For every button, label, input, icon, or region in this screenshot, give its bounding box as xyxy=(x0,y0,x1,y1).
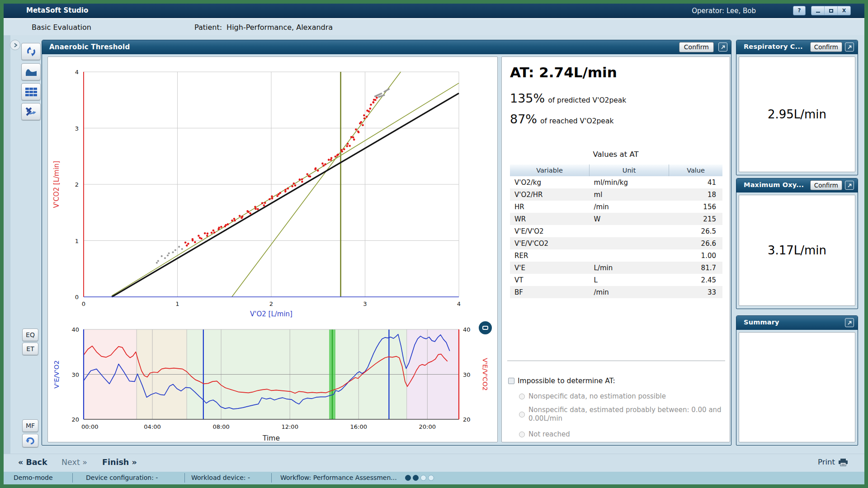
svg-text:2: 2 xyxy=(269,300,273,307)
undo-button[interactable] xyxy=(22,434,38,447)
table-row: V'E/V'CO226.6 xyxy=(510,237,722,249)
vslope-chart[interactable]: 0123401234V'CO2 [L/min]V'O2 [L/min] xyxy=(48,57,497,319)
table-row: V'E/V'O226.5 xyxy=(510,225,722,237)
predicted-text: of predicted V'O2peak xyxy=(548,96,626,104)
reached-pct: 87% xyxy=(510,112,537,126)
svg-text:Time: Time xyxy=(262,434,280,442)
print-button[interactable]: Print xyxy=(818,458,848,466)
impossible-at-checkbox[interactable]: Impossible to determine AT: xyxy=(508,377,615,385)
panel-title: Anaerobic Threshold xyxy=(49,43,130,51)
workflow-dot xyxy=(413,475,419,481)
predicted-pct: 135% xyxy=(510,91,545,105)
anaerobic-threshold-panel: Anaerobic Threshold Confirm 0123401234V'… xyxy=(42,40,731,446)
svg-text:3: 3 xyxy=(75,125,79,132)
summary-panel: Summary xyxy=(736,315,858,446)
table-cell: 1.00 xyxy=(669,249,722,262)
print-label: Print xyxy=(818,458,835,466)
table-cell: 26.5 xyxy=(669,225,722,237)
table-cell: ml xyxy=(590,188,669,201)
radio-not-reached[interactable]: Not reached xyxy=(519,430,722,439)
status-device-config: Device configuration: - xyxy=(86,474,158,481)
minimize-icon xyxy=(816,12,820,13)
svg-text:16:00: 16:00 xyxy=(350,423,367,430)
collapse-chart-button[interactable] xyxy=(479,321,492,334)
app-frame: MetaSoft Studio Operator: Lee, Bob ? X B… xyxy=(0,0,868,488)
table-cell: HR xyxy=(510,201,590,213)
confirm-respiratory-button[interactable]: Confirm xyxy=(810,42,842,52)
eq-button[interactable]: EQ xyxy=(22,328,38,341)
confirm-max-oxygen-button[interactable]: Confirm xyxy=(810,180,842,190)
table-cell: V'O2/HR xyxy=(510,188,590,201)
values-table-title: Values at AT xyxy=(502,150,730,159)
export-icon xyxy=(25,107,38,117)
maximize-button[interactable] xyxy=(825,6,838,15)
reached-peak-line: 87%of reached V'O2peak xyxy=(510,112,613,126)
table-row: WRW215 xyxy=(510,213,722,225)
radio-estimated-between[interactable]: Nonspecific data, estimated probably bet… xyxy=(519,406,722,423)
refresh-button[interactable] xyxy=(21,43,41,60)
respiratory-compensation-panel: Respiratory C... Confirm 2.95L/min xyxy=(736,40,858,175)
svg-text:40: 40 xyxy=(71,326,79,333)
table-cell xyxy=(590,225,669,237)
flow-curve-button[interactable] xyxy=(21,63,41,80)
table-header-cell: Value xyxy=(669,164,722,176)
divider xyxy=(507,361,725,361)
at-value-heading: AT: 2.74L/min xyxy=(510,64,617,80)
data-table-icon xyxy=(25,87,38,97)
svg-text:3: 3 xyxy=(363,300,367,307)
table-cell: W xyxy=(590,213,669,225)
app-window: MetaSoft Studio Operator: Lee, Bob ? X B… xyxy=(4,4,864,484)
popout-icon[interactable] xyxy=(845,42,854,52)
svg-text:30: 30 xyxy=(71,371,79,378)
workflow-dot xyxy=(428,475,434,481)
svg-text:12:00: 12:00 xyxy=(281,423,298,430)
titlebar: MetaSoft Studio Operator: Lee, Bob ? X xyxy=(4,4,864,18)
popout-icon[interactable] xyxy=(718,42,727,52)
et-label: ET xyxy=(26,345,34,352)
refresh-icon xyxy=(25,46,37,57)
table-cell: 26.6 xyxy=(669,237,722,249)
back-button[interactable]: « Back xyxy=(18,458,47,467)
popout-icon[interactable] xyxy=(845,181,854,190)
next-button[interactable]: Next » xyxy=(61,458,87,467)
et-button[interactable]: ET xyxy=(22,343,38,355)
mode-label: Basic Evaluation xyxy=(32,23,91,32)
table-cell: VT xyxy=(510,274,590,286)
popout-icon[interactable] xyxy=(845,318,854,327)
max-oxygen-value: 3.17L/min xyxy=(739,195,855,306)
table-row: V'O2/kgml/min/kg41 xyxy=(510,176,722,188)
help-button[interactable]: ? xyxy=(793,6,806,15)
summary-panel-header: Summary xyxy=(736,316,858,330)
timeseries-chart[interactable]: 20203030404000:0004:0008:0012:0016:0020:… xyxy=(48,319,497,442)
svg-text:V'O2 [L/min]: V'O2 [L/min] xyxy=(250,310,292,318)
mf-button[interactable]: MF xyxy=(22,419,38,432)
radio-no-estimation[interactable]: Nonspecific data, no estimation possible xyxy=(519,392,722,401)
footer-nav: « Back Next » Finish » Print xyxy=(4,454,864,472)
status-workload-device: Workload device: - xyxy=(191,474,250,481)
svg-text:V'E/V'O2: V'E/V'O2 xyxy=(53,360,60,389)
data-table-button[interactable] xyxy=(21,83,41,100)
statusbar: Demo-mode Device configuration: - Worklo… xyxy=(4,472,864,484)
svg-text:V'E/V'CO2: V'E/V'CO2 xyxy=(481,358,489,391)
confirm-at-button[interactable]: Confirm xyxy=(679,42,714,52)
radio-label: Nonspecific data, no estimation possible xyxy=(528,392,666,401)
panel-title: Maximum Oxy... xyxy=(744,181,804,188)
table-row: RER1.00 xyxy=(510,249,722,262)
separator xyxy=(72,473,73,483)
export-button[interactable] xyxy=(21,103,41,120)
eq-label: EQ xyxy=(26,331,35,338)
svg-text:4: 4 xyxy=(75,69,79,75)
table-row: VTL2.45 xyxy=(510,274,722,286)
minimize-button[interactable] xyxy=(811,6,825,15)
svg-text:30: 30 xyxy=(463,371,471,378)
table-cell: WR xyxy=(510,213,590,225)
finish-button[interactable]: Finish » xyxy=(102,458,137,467)
patient-info: Patient:High-Performance, Alexandra xyxy=(194,23,333,32)
workflow-progress-dots xyxy=(405,475,434,481)
table-cell: 215 xyxy=(669,213,722,225)
sidebar-expand-button[interactable] xyxy=(10,40,20,50)
close-button[interactable]: X xyxy=(838,6,850,15)
svg-text:20: 20 xyxy=(71,416,79,423)
app-title: MetaSoft Studio xyxy=(26,6,88,14)
workflow-dot xyxy=(405,475,411,481)
